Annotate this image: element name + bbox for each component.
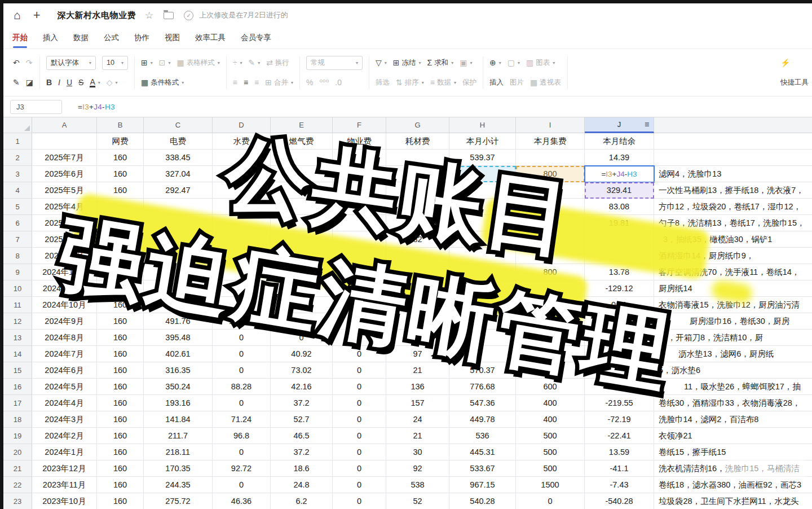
sort-button[interactable]: ⇅排序▾ [396,78,424,87]
cell-J12[interactable] [585,313,654,330]
cell-A19[interactable]: 2024年2月 [32,428,97,444]
row-header-15[interactable]: 15 [3,362,32,379]
cell-B18[interactable]: 160 [97,411,144,428]
cell-D10[interactable] [213,280,271,297]
font-size-select[interactable]: 10▾ [102,56,128,70]
cell-H21[interactable]: 533.67 [449,460,516,477]
chart-button[interactable]: ▥图表▾ [526,58,555,68]
cell-E20[interactable]: 37.2 [271,444,333,460]
cell-A2[interactable]: 2025年7月 [32,150,97,166]
sum-button[interactable]: Σ求和▾ [427,58,454,68]
row-header-19[interactable]: 19 [3,428,32,444]
cell-C17[interactable]: 193.16 [144,395,213,411]
cell-K1[interactable] [654,133,812,150]
cell-H13[interactable] [449,330,516,346]
draw-border-button[interactable]: ⊡▾ [159,59,171,67]
cell-B11[interactable]: 160 [97,297,144,313]
cell-J3[interactable]: =I3+J4-H3 [585,166,654,182]
row-header-14[interactable]: 14 [3,346,32,362]
cell-F4[interactable] [333,182,386,199]
cell-B13[interactable]: 160 [97,330,144,346]
freeze-button[interactable]: ⊞冻结▾ [393,58,421,68]
column-header-A[interactable]: A [32,117,97,133]
cell-A17[interactable]: 2024年4月 [32,395,97,411]
cell-D20[interactable]: 0 [213,444,271,460]
picture-button[interactable]: ▢▾ [508,59,520,67]
cell-E19[interactable]: 46.5 [271,428,333,444]
cell-K14[interactable]: 沥水垫13，滤网6，厨房纸 [654,346,812,362]
cell-E13[interactable]: 0 [271,330,333,346]
cell-K2[interactable] [654,150,812,166]
cell-J15[interactable] [585,362,654,379]
cell-D1[interactable]: 水费 [213,133,271,150]
wrap-text-button[interactable]: ⇄换行 [266,58,289,68]
cell-E2[interactable] [271,150,333,166]
redo-button[interactable]: ↷ [26,59,33,67]
cell-G19[interactable]: 21 [386,428,449,444]
column-header-I[interactable]: I [516,117,585,133]
cell-I14[interactable] [516,346,585,362]
cell-H19[interactable]: 536 [449,428,516,444]
cell-J4[interactable]: 329.41 [585,182,654,199]
cell-K12[interactable]: 厨房湿巾16，卷纸30，厨房 [654,313,812,330]
cell-G12[interactable] [386,313,449,330]
cell-J20[interactable]: 13.59 [585,444,654,460]
cell-F1[interactable]: 物业费 [333,133,386,150]
format-painter-button[interactable]: ✎ [13,78,20,86]
cell-G6[interactable]: 16 [386,215,449,231]
row-header-4[interactable]: 4 [3,182,32,199]
cell-H23[interactable]: 540.28 [449,493,516,509]
strikethrough-button[interactable]: S [78,78,83,86]
cell-I4[interactable] [516,182,585,199]
cell-K23[interactable]: 垃圾袋28，卫生间下水拦网11，水龙头 [654,493,812,509]
cell-I16[interactable]: 600 [516,379,585,395]
pen-button[interactable]: ✎▾ [248,59,260,67]
cell-A20[interactable]: 2024年1月 [32,444,97,460]
row-header-5[interactable]: 5 [3,199,32,215]
underline-button[interactable]: U [67,78,72,86]
cell-H15[interactable]: 570.37 [449,362,516,379]
cell-F21[interactable]: 0 [333,460,386,477]
cell-K13[interactable]: 9，开箱刀8，洗洁精10，厨 [654,330,812,346]
cell-K16[interactable]: 11，吸水垫26，蟑螂饵胶17，抽 [654,379,812,395]
cell-G22[interactable]: 538 [386,477,449,493]
cell-E3[interactable] [271,166,333,182]
row-header-13[interactable]: 13 [3,330,32,346]
cell-C13[interactable]: 395.48 [144,330,213,346]
cell-G15[interactable]: 21 [386,362,449,379]
cell-I20[interactable]: 500 [516,444,585,460]
menu-tab-8[interactable]: 会员专享 [241,33,271,43]
cell-I23[interactable]: 0 [516,493,585,509]
cell-D18[interactable]: 71.24 [213,411,271,428]
cell-I13[interactable] [516,330,585,346]
bold-button[interactable]: B [46,78,52,86]
cell-A10[interactable]: 2024年11月 [32,280,97,297]
cell-B1[interactable]: 网费 [97,133,144,150]
cell-C21[interactable]: 170.35 [144,460,213,477]
cell-G16[interactable]: 136 [386,379,449,395]
insert-button[interactable]: ⊕▾ [489,59,501,67]
conditional-format-button[interactable]: ▦条件格式▾ [141,78,184,87]
select-all-corner[interactable] [3,117,32,133]
cell-J21[interactable]: -41.1 [585,460,654,477]
cell-B14[interactable]: 160 [97,346,144,362]
cell-A14[interactable]: 2024年7月 [32,346,97,362]
cell-E17[interactable]: 37.2 [271,395,333,411]
row-header-9[interactable]: 9 [3,264,32,280]
column-header-G[interactable]: G [386,117,449,133]
menu-tab-2[interactable]: 插入 [43,33,58,43]
filter-label-button[interactable]: 筛选 [376,78,390,87]
row-header-6[interactable]: 6 [3,215,32,231]
cell-B21[interactable]: 160 [97,460,144,477]
cell-C11[interactable]: 377.66 [144,297,213,313]
cell-C1[interactable]: 电费 [144,133,213,150]
folder-icon[interactable] [164,12,174,19]
formula-input[interactable]: =I3+J4-H3 [78,103,115,111]
row-header-21[interactable]: 21 [3,460,32,477]
align-left-button[interactable]: ≡ [233,78,237,86]
column-header-F[interactable]: F [333,117,386,133]
cell-K17[interactable]: 卷纸30，酒精湿巾33，衣物消毒液28， [654,395,812,411]
star-icon[interactable]: ☆ [145,10,153,21]
cell-I2[interactable] [516,150,585,166]
cell-H22[interactable]: 967.15 [449,477,516,493]
